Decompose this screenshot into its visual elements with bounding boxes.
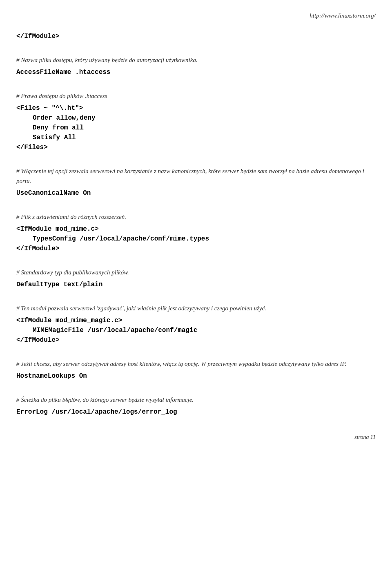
code-errorlog: ErrorLog /usr/local/apache/logs/error_lo… (16, 407, 376, 417)
code-satisfy: Satisfy All (16, 133, 376, 143)
section-errorlog: # Ścieżka do pliku błędów, do którego se… (16, 395, 376, 417)
code-typesconfig: TypesConfig /usr/local/apache/conf/mime.… (16, 234, 376, 244)
section-magic: # Ten moduł pozwala serwerowi 'zgadywać'… (16, 303, 376, 345)
section-comment-accessfilename: # Nazwa pliku dostępu, który używany będ… (16, 55, 376, 77)
code-ifmodule-mime-close: </IfModule> (16, 244, 376, 254)
section-mime: # Plik z ustawieniami do różnych rozszer… (16, 212, 376, 254)
section-ifmodule-close: </IfModule> (16, 31, 376, 41)
code-ifmodule-magic-close: </IfModule> (16, 335, 376, 345)
section-hostnamelookups: # Jeśli chcesz, aby serwer odczytywał ad… (16, 359, 376, 381)
page-container: http://www.linuxstorm.org/ </IfModule> #… (0, 0, 392, 449)
code-order: Order allow,deny (16, 113, 376, 123)
code-ifmodule-close: </IfModule> (16, 31, 376, 41)
section-canonical: # Włączenie tej opcji zezwala serwerowi … (16, 166, 376, 198)
section-prawa: # Prawa dostępu do plików .htaccess <Fil… (16, 91, 376, 152)
code-deny: Deny from all (16, 123, 376, 133)
code-use-canonical: UseCanonicalName On (16, 188, 376, 198)
comment-accessfilename: # Nazwa pliku dostępu, który używany będ… (16, 55, 376, 65)
code-defaulttype: DefaultType text/plain (16, 280, 376, 290)
section-defaulttype: # Standardowy typ dla publikowanych plik… (16, 267, 376, 290)
code-ifmodule-magic-open: <IfModule mod_mime_magic.c> (16, 316, 376, 325)
comment-jesli: # Jeśli chcesz, aby serwer odczytywał ad… (16, 359, 376, 369)
comment-sciezka: # Ścieżka do pliku błędów, do którego se… (16, 395, 376, 405)
comment-modul: # Ten moduł pozwala serwerowi 'zgadywać'… (16, 303, 376, 313)
comment-plik: # Plik z ustawieniami do różnych rozszer… (16, 212, 376, 222)
comment-canonical: # Włączenie tej opcji zezwala serwerowi … (16, 166, 376, 186)
comment-standardowy: # Standardowy typ dla publikowanych plik… (16, 267, 376, 277)
code-accessfilename: AccessFileName .htaccess (16, 67, 376, 77)
code-files-close: </Files> (16, 143, 376, 152)
code-mimemagicfile: MIMEMagicFile /usr/local/apache/conf/mag… (16, 325, 376, 335)
header-url: http://www.linuxstorm.org/ (16, 12, 376, 19)
code-files-open: <Files ~ "^\.ht"> (16, 103, 376, 113)
code-ifmodule-mime-open: <IfModule mod_mime.c> (16, 224, 376, 234)
comment-prawa: # Prawa dostępu do plików .htaccess (16, 91, 376, 101)
page-number: strona 11 (354, 434, 376, 441)
code-hostnamelookups: HostnameLookups On (16, 371, 376, 381)
